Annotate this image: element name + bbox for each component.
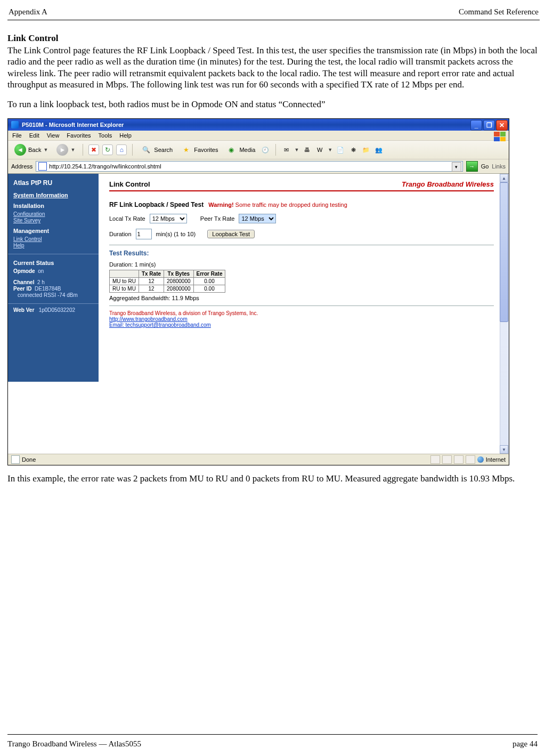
mail-icon[interactable]: ✉ (281, 145, 291, 155)
sidebar-link-sitesurvey[interactable]: Site Survey (13, 218, 94, 223)
cell: 20800000 (164, 285, 194, 293)
warning-text: Some traffic may be dropped during testi… (234, 202, 347, 208)
body-para-3: In this example, the error rate was 2 pa… (7, 473, 540, 484)
cell: 0.00 (193, 278, 225, 285)
separator (132, 144, 133, 156)
zone-label: Internet (486, 456, 506, 463)
url-text: http://10.254.1.2/trango/rw/linkcontrol.… (49, 163, 161, 170)
chevron-down-icon: ▼ (328, 147, 332, 152)
edit-icon[interactable]: W (315, 145, 324, 155)
channel-label: Channel (13, 279, 34, 285)
sidebar-divider (8, 303, 99, 304)
peerid-value: DE1B784B (35, 286, 61, 292)
star-icon: ★ (180, 144, 192, 156)
sidebar-link-help[interactable]: Help (13, 243, 94, 248)
footer-company: Trango Broadband Wireless, a division of… (109, 310, 494, 316)
address-label: Address (11, 163, 32, 170)
go-button[interactable]: → (466, 161, 478, 172)
doc-header-right: Command Set Reference (459, 7, 539, 17)
peer-tx-select[interactable]: 12 Mbps (239, 214, 276, 223)
search-label: Search (154, 147, 173, 153)
sidebar-title: Atlas PtP RU (13, 179, 94, 187)
txrate-row: Local Tx Rate 12 Mbps Peer Tx Rate 12 Mb… (109, 214, 494, 223)
cell: 20800000 (164, 278, 194, 285)
row-label: RU to MU (110, 285, 139, 293)
page-icon (38, 162, 47, 171)
search-button[interactable]: 🔍 Search (138, 143, 175, 157)
chevron-down-icon: ▼ (43, 147, 48, 152)
ie-icon (11, 121, 19, 128)
favorites-label: Favorites (194, 147, 218, 153)
menu-edit[interactable]: Edit (29, 132, 39, 139)
scroll-up-button[interactable]: ▲ (500, 174, 508, 182)
chevron-down-icon: ▼ (70, 147, 75, 152)
peerid-label: Peer ID (13, 286, 31, 292)
research-icon[interactable]: ❋ (348, 145, 358, 155)
results-table: Tx Rate Tx Bytes Error Rate MU to RU 12 … (109, 270, 225, 293)
page-title: Link Control (109, 180, 150, 188)
favorites-button[interactable]: ★ Favorites (178, 143, 220, 157)
home-icon[interactable]: ⌂ (116, 144, 127, 155)
print-icon[interactable]: 🖶 (302, 145, 312, 155)
browser-window: P5010M - Microsoft Internet Explorer _ ❐… (7, 118, 509, 465)
cell: 12 (139, 278, 164, 285)
scrollbar-thumb[interactable] (500, 182, 508, 322)
sidebar-item-sysinfo[interactable]: System Information (13, 192, 94, 198)
statusbar: Done Internet (8, 454, 509, 465)
address-input[interactable]: http://10.254.1.2/trango/rw/linkcontrol.… (36, 161, 462, 172)
sidebar-link-linkcontrol[interactable]: Link Control (13, 236, 94, 242)
discuss-icon[interactable]: 📄 (336, 145, 345, 155)
windows-flag-icon (494, 132, 506, 141)
scroll-down-button[interactable]: ▼ (500, 445, 508, 454)
sidebar-heading-install: Installation (13, 203, 94, 209)
main-pane: Link Control Trango Broadband Wireless R… (99, 174, 509, 454)
media-icon: ◉ (225, 144, 237, 156)
footer-email-link[interactable]: Email: techsupport@trangobroadband.com (109, 322, 494, 328)
status-pane (442, 455, 452, 464)
minimize-button[interactable]: _ (470, 120, 482, 131)
th-txrate: Tx Rate (139, 270, 164, 278)
menu-help[interactable]: Help (119, 132, 132, 139)
go-label: Go (481, 163, 489, 170)
webver-value: 1p0D05032202 (39, 307, 75, 313)
table-row: MU to RU 12 20800000 0.00 (110, 278, 225, 285)
body-para-2: To run a link loopback test, both radios… (7, 99, 540, 110)
footer-url-link[interactable]: http://www.trangobroadband.com (109, 316, 494, 322)
links-label[interactable]: Links (492, 163, 506, 170)
messenger-icon[interactable]: 👥 (374, 145, 384, 155)
menu-favorites[interactable]: Favorites (67, 132, 91, 139)
divider (109, 245, 494, 245)
history-icon[interactable]: 🕘 (261, 145, 270, 155)
sidebar-heading-status: Current Status (13, 260, 94, 266)
refresh-icon[interactable]: ↻ (102, 144, 113, 155)
menu-tools[interactable]: Tools (99, 132, 112, 139)
maximize-button[interactable]: ❐ (483, 120, 495, 131)
media-button[interactable]: ◉ Media (223, 143, 257, 157)
folder-icon[interactable]: 📁 (361, 145, 371, 155)
sidebar: Atlas PtP RU System Information Installa… (8, 174, 99, 382)
addressbar: Address http://10.254.1.2/trango/rw/link… (8, 159, 509, 174)
results-title: Test Results: (109, 250, 494, 257)
forward-button[interactable]: ► ▼ (54, 143, 77, 157)
local-tx-select[interactable]: 12 Mbps (150, 214, 187, 223)
back-button[interactable]: ◄ Back ▼ (11, 143, 51, 157)
titlebar: P5010M - Microsoft Internet Explorer _ ❐… (8, 119, 509, 131)
results-duration-line: Duration: 1 min(s) (109, 261, 494, 268)
cell: 0.00 (193, 285, 225, 293)
test-heading-row: RF Link Loopback / Speed Test Warning! S… (109, 201, 494, 208)
header-rule (7, 20, 540, 20)
webver-label: Web Ver (13, 307, 34, 313)
close-button[interactable]: ✕ (496, 120, 508, 131)
divider (109, 305, 494, 306)
menu-view[interactable]: View (47, 132, 60, 139)
sidebar-link-configuration[interactable]: Configuration (13, 211, 94, 217)
media-label: Media (239, 147, 255, 153)
duration-input[interactable] (136, 229, 152, 239)
loopback-test-button[interactable]: Loopback Test (207, 230, 255, 238)
content-area: ▲ ▼ Atlas PtP RU System Information Inst… (8, 174, 509, 454)
menu-file[interactable]: File (12, 132, 22, 139)
address-dropdown[interactable]: ▾ (452, 162, 461, 172)
doc-footer-left: Trango Broadband Wireless — Atlas5055 (7, 739, 141, 749)
stop-icon[interactable]: ✖ (88, 144, 99, 155)
test-title: RF Link Loopback / Speed Test (109, 201, 204, 208)
